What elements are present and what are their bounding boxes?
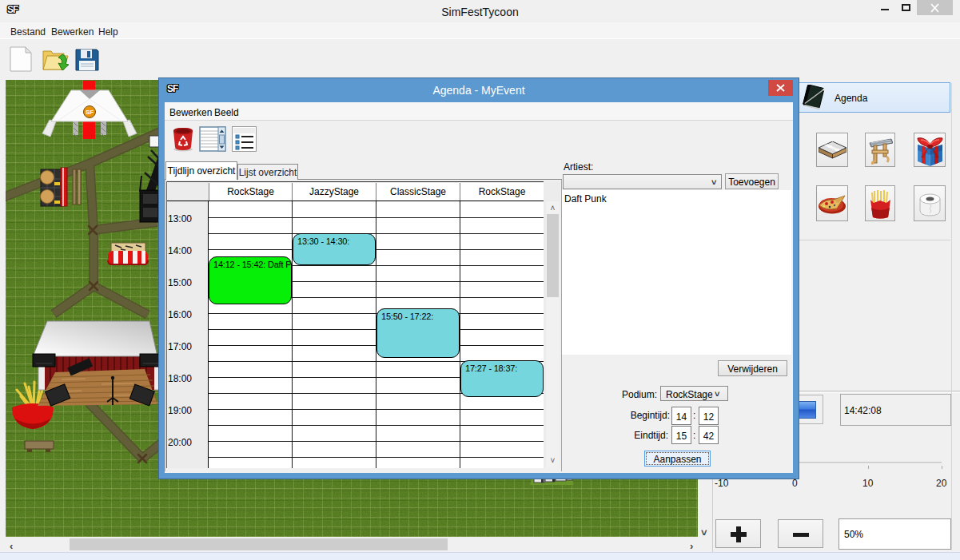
svg-text:SF: SF (86, 109, 94, 116)
